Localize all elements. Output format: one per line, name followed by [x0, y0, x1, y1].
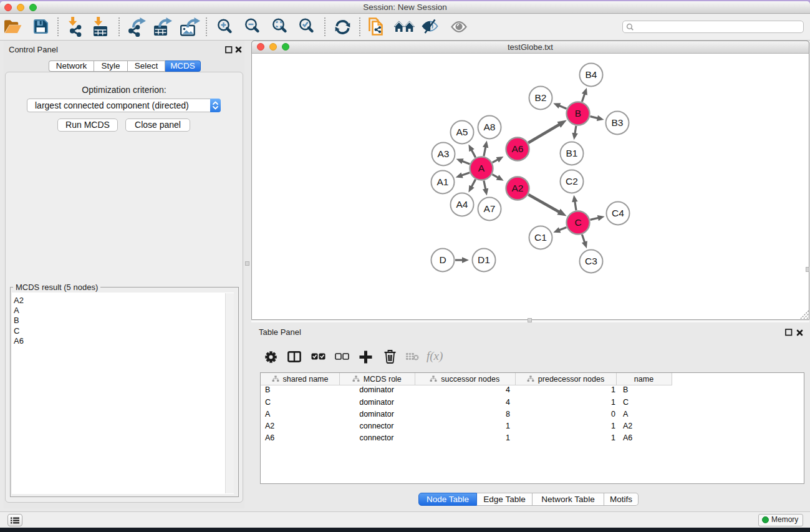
svg-text:A5: A5: [456, 127, 468, 137]
svg-text:C3: C3: [585, 256, 597, 266]
svg-text:D1: D1: [478, 254, 490, 265]
svg-text:C: C: [574, 217, 581, 228]
svg-text:A7: A7: [484, 203, 496, 214]
svg-text:A8: A8: [484, 122, 496, 132]
svg-text:A: A: [478, 163, 485, 173]
svg-text:B2: B2: [535, 92, 547, 103]
svg-text:C2: C2: [566, 176, 578, 186]
svg-text:D: D: [439, 254, 446, 265]
svg-text:A4: A4: [456, 199, 468, 210]
svg-text:A3: A3: [438, 148, 450, 159]
svg-text:A1: A1: [437, 177, 449, 187]
svg-text:C1: C1: [534, 232, 547, 243]
svg-text:B: B: [575, 108, 581, 118]
svg-text:C4: C4: [612, 208, 624, 218]
svg-text:A6: A6: [512, 143, 524, 154]
svg-text:B4: B4: [586, 69, 597, 80]
svg-text:A2: A2: [512, 183, 524, 193]
svg-text:B3: B3: [612, 117, 624, 128]
svg-text:B1: B1: [566, 148, 578, 158]
